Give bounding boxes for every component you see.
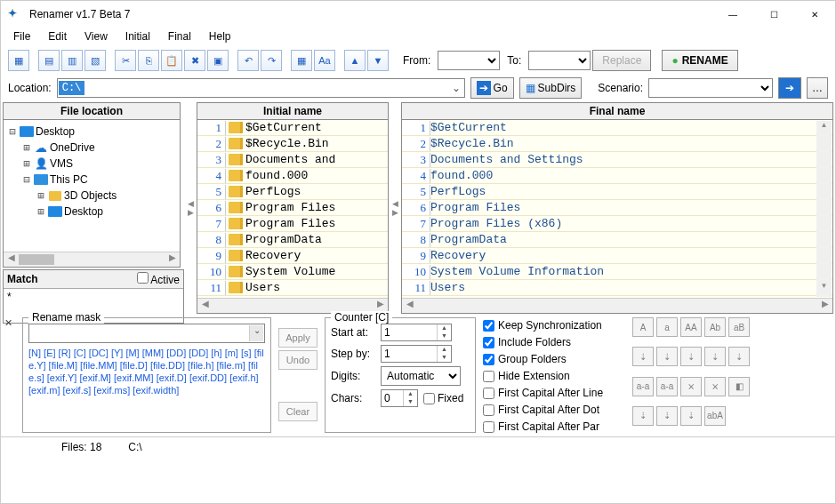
splitter[interactable]: ◀▶ (390, 102, 399, 314)
menu-final[interactable]: Final (159, 28, 200, 47)
stepby-input[interactable]: 1▲▼ (381, 345, 452, 363)
list-item[interactable]: 7Program Files (197, 216, 388, 232)
case-button[interactable]: ⨯ (704, 377, 726, 396)
apply-button[interactable]: Apply (278, 328, 318, 348)
up-icon[interactable]: ▲ (344, 50, 366, 71)
maximize-button[interactable]: ☐ (753, 1, 794, 28)
menu-initial[interactable]: Initial (117, 28, 159, 47)
option-checkbox[interactable]: First Capital After Par (483, 419, 625, 436)
horizontal-scrollbar[interactable]: ◀▶ (4, 252, 180, 267)
case-button[interactable]: ⇣ (680, 406, 702, 426)
list-item[interactable]: 5PerfLogs (402, 184, 832, 200)
list-item[interactable]: 4found.000 (402, 168, 832, 184)
tree-item[interactable]: ⊞☁ OneDrive (7, 140, 176, 156)
copy-icon[interactable]: ⎘ (138, 50, 159, 71)
redo-icon[interactable]: ↷ (261, 50, 282, 71)
toolbar-icon[interactable]: ▦ (291, 50, 312, 71)
splitter[interactable]: ◀▶ (186, 102, 195, 314)
case-button[interactable]: abA (704, 406, 726, 426)
chevron-down-icon[interactable]: ⌄ (249, 325, 263, 341)
option-checkbox[interactable]: Keep Synchronization (483, 317, 625, 334)
list-item[interactable]: 10System Volume (197, 264, 388, 280)
option-checkbox[interactable]: Include Folders (483, 334, 625, 351)
list-item[interactable]: 10System Volume Information (402, 264, 832, 280)
minimize-button[interactable]: — (712, 1, 753, 28)
list-item[interactable]: 8ProgramData (402, 232, 832, 248)
list-item[interactable]: 1$GetCurrent (402, 120, 832, 136)
mask-input[interactable]: ⌄ (28, 324, 265, 343)
case-button[interactable]: ⇣ (728, 347, 750, 366)
case-button[interactable]: aB (728, 317, 750, 337)
active-checkbox[interactable]: Active (137, 272, 180, 286)
final-list[interactable]: 1$GetCurrent2$Recycle.Bin3Documents and … (402, 120, 832, 298)
case-button[interactable]: ◧ (728, 377, 750, 396)
menu-edit[interactable]: Edit (39, 28, 76, 47)
undo-icon[interactable]: ↶ (237, 50, 259, 71)
list-item[interactable]: 9Recovery (402, 248, 832, 264)
toolbar-icon[interactable]: Aa (314, 50, 335, 71)
case-button[interactable]: ⇣ (680, 347, 702, 366)
to-combo[interactable] (528, 51, 591, 70)
list-item[interactable]: 6Program Files (197, 200, 388, 216)
list-item[interactable]: 2$Recycle.Bin (402, 136, 832, 152)
replace-button[interactable]: Replace (592, 50, 651, 71)
tree-item[interactable]: ⊞ Desktop (7, 204, 176, 220)
close-panel-icon[interactable]: ✕ (4, 317, 12, 329)
list-item[interactable]: 3Documents and Settings (402, 152, 832, 168)
fixed-checkbox[interactable]: Fixed (423, 392, 468, 404)
folder-tree[interactable]: ⊟ Desktop⊞☁ OneDrive⊞👤 VMS⊟ This PC⊞ 3D … (4, 120, 180, 252)
case-button[interactable]: a-a (632, 377, 654, 396)
list-item[interactable]: 6Program Files (402, 200, 832, 216)
scenario-browse-button[interactable]: … (807, 77, 828, 99)
subdirs-button[interactable]: ▦SubDirs (519, 77, 583, 99)
chevron-down-icon[interactable]: ⌄ (448, 82, 464, 94)
scenario-go-button[interactable]: ➔ (778, 77, 801, 99)
delete-icon[interactable]: ✖ (184, 50, 205, 71)
case-button[interactable]: Ab (704, 317, 726, 337)
list-item[interactable]: 1$GetCurrent (197, 120, 388, 136)
toolbar-icon[interactable]: ▣ (207, 50, 229, 71)
option-checkbox[interactable]: First Capital After Dot (483, 402, 625, 419)
case-button[interactable]: ⇣ (656, 406, 678, 426)
menu-help[interactable]: Help (200, 28, 240, 47)
from-combo[interactable] (438, 51, 500, 70)
rename-button[interactable]: RENAME (662, 50, 737, 71)
list-item[interactable]: 11Users (197, 280, 388, 296)
toolbar-icon[interactable]: ▥ (61, 50, 83, 71)
mask-tokens[interactable]: [N] [E] [R] [C] [DC] [Y] [M] [MM] [DD] [… (28, 347, 265, 411)
list-item[interactable]: 9Recovery (197, 248, 388, 264)
list-item[interactable]: 2$Recycle.Bin (197, 136, 388, 152)
list-item[interactable]: 5PerfLogs (197, 184, 388, 200)
menu-view[interactable]: View (76, 28, 117, 47)
cut-icon[interactable]: ✂ (115, 50, 136, 71)
case-button[interactable]: a-a (656, 377, 678, 396)
case-button[interactable]: ⇣ (632, 347, 654, 366)
go-button[interactable]: ➔Go (470, 77, 514, 99)
chars-input[interactable]: 0▲▼ (381, 389, 418, 407)
tree-item[interactable]: ⊞ 3D Objects (7, 188, 176, 204)
vertical-scrollbar[interactable]: ▲▼ (816, 121, 832, 297)
toolbar-icon[interactable]: ▧ (84, 50, 106, 71)
case-button[interactable]: a (656, 317, 678, 337)
initial-list[interactable]: 1$GetCurrent2$Recycle.Bin3Documents and4… (197, 120, 388, 298)
list-item[interactable]: 7Program Files (x86) (402, 216, 832, 232)
tree-item[interactable]: ⊞👤 VMS (7, 156, 176, 172)
case-button[interactable]: A (632, 317, 654, 337)
horizontal-scrollbar[interactable]: ◀▶ (402, 298, 832, 313)
option-checkbox[interactable]: First Capital After Line (483, 385, 625, 402)
menu-file[interactable]: File (4, 28, 39, 47)
location-input[interactable]: C:\ ⌄ (57, 78, 465, 98)
close-button[interactable]: ✕ (794, 1, 835, 28)
tree-item[interactable]: ⊟ This PC (7, 172, 176, 188)
down-icon[interactable]: ▼ (367, 50, 389, 71)
option-checkbox[interactable]: Hide Extension (483, 368, 625, 385)
option-checkbox[interactable]: Group Folders (483, 351, 625, 368)
clear-button[interactable]: Clear (278, 402, 318, 421)
paste-icon[interactable]: 📋 (161, 50, 182, 71)
scenario-combo[interactable] (648, 78, 773, 98)
case-button[interactable]: ⇣ (632, 406, 654, 426)
list-item[interactable]: 11Users (402, 280, 832, 296)
startat-input[interactable]: 1▲▼ (381, 324, 452, 341)
case-button[interactable]: ⇣ (704, 347, 726, 366)
case-button[interactable]: AA (680, 317, 702, 337)
